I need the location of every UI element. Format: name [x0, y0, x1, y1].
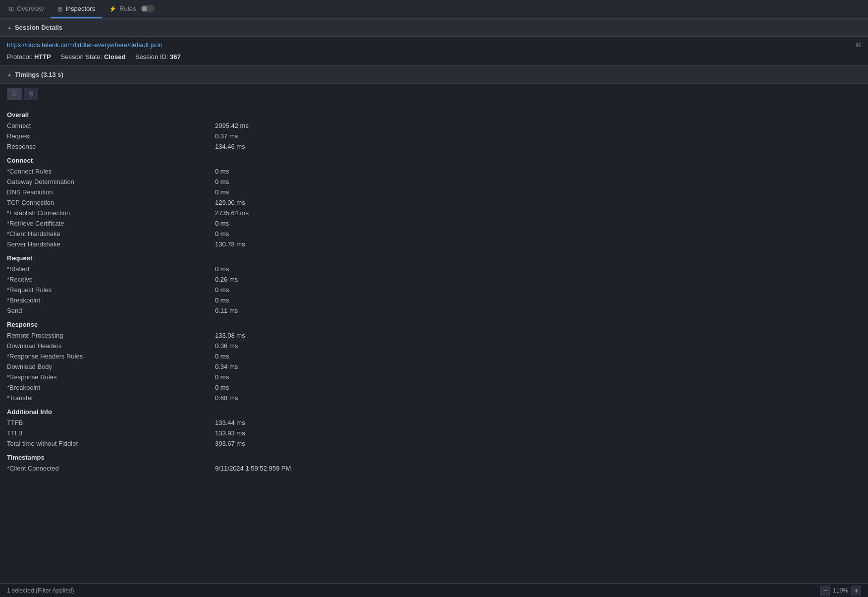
timing-label: Response: [7, 143, 215, 150]
timing-row: TCP Connection129.00 ms: [7, 197, 861, 208]
timing-row: Gateway Determination0 ms: [7, 177, 861, 187]
timing-row: *Breakpoint0 ms: [7, 295, 861, 305]
status-text: 1 selected (Filter Applied): [7, 587, 74, 594]
timing-value: 133.08 ms: [215, 332, 245, 339]
session-state-value: Closed: [104, 53, 125, 60]
timing-row: Server Handshake130.78 ms: [7, 239, 861, 249]
timing-value: 2995.42 ms: [215, 122, 249, 129]
timings-toolbar: ☰ ⊞: [0, 84, 868, 104]
timing-value: 2735.64 ms: [215, 209, 249, 217]
timing-row: Remote Processing133.08 ms: [7, 330, 861, 341]
rules-toggle-switch[interactable]: [141, 5, 155, 12]
zoom-controls: − 110% +: [820, 586, 861, 596]
timing-row: Send0.11 ms: [7, 305, 861, 316]
timing-row: *Stalled0 ms: [7, 264, 861, 274]
timing-row: *Establish Connection2735.64 ms: [7, 208, 861, 218]
timing-label: *Breakpoint: [7, 297, 215, 304]
timing-label: TTFB: [7, 419, 215, 426]
timing-label: *Transfer: [7, 394, 215, 402]
timing-group-header-1: Connect: [7, 152, 861, 166]
timing-value: 0.36 ms: [215, 342, 238, 350]
timing-value: 0 ms: [215, 230, 229, 238]
timing-value: 0 ms: [215, 384, 229, 391]
timing-value: 130.78 ms: [215, 240, 245, 248]
timing-value: 0 ms: [215, 265, 229, 273]
timing-value: 0.11 ms: [215, 307, 238, 314]
list-view-button[interactable]: ☰: [7, 88, 22, 100]
timing-label: *Client Connected: [7, 465, 215, 472]
timing-label: Download Body: [7, 363, 215, 370]
session-id-label: Session ID:: [135, 53, 168, 60]
timing-value: 0.26 ms: [215, 276, 238, 283]
timing-row: Request0.37 ms: [7, 131, 861, 141]
tab-rules[interactable]: ⚡ Rules: [102, 0, 162, 18]
timing-label: *Receive: [7, 276, 215, 283]
timing-value: 0 ms: [215, 297, 229, 304]
timing-value: 0 ms: [215, 286, 229, 294]
tab-rules-label: Rules: [119, 5, 136, 12]
timing-label: TCP Connection: [7, 199, 215, 206]
zoom-minus-button[interactable]: −: [820, 586, 830, 596]
timing-value: 0 ms: [215, 220, 229, 227]
timing-value: 0.37 ms: [215, 132, 238, 140]
timings-table: OverallConnect2995.42 msRequest0.37 msRe…: [0, 104, 868, 483]
timing-value: 133.44 ms: [215, 419, 245, 426]
tab-overview-label: Overview: [17, 5, 44, 12]
timing-value: 0.34 ms: [215, 363, 238, 370]
timing-label: *Breakpoint: [7, 384, 215, 391]
timings-arrow: ▲: [7, 72, 12, 77]
timing-group-header-4: Additional Info: [7, 403, 861, 418]
protocol-label: Protocol:: [7, 53, 32, 60]
timing-row: *Connect Rules0 ms: [7, 166, 861, 177]
grid-view-button[interactable]: ⊞: [24, 88, 38, 100]
timing-label: Server Handshake: [7, 240, 215, 248]
session-details-header[interactable]: ▲ Session Details: [0, 19, 868, 37]
tab-bar: ⊞ Overview ◎ Inspectors ⚡ Rules: [0, 0, 868, 19]
timing-label: Gateway Determination: [7, 178, 215, 185]
timing-value: 0 ms: [215, 168, 229, 175]
session-id-value: 367: [170, 53, 181, 60]
timing-value: 0.68 ms: [215, 394, 238, 402]
timing-row: *Response Headers Rules0 ms: [7, 351, 861, 361]
tab-inspectors[interactable]: ◎ Inspectors: [51, 0, 102, 18]
timings-header[interactable]: ▲ Timings (3.13 s): [0, 66, 868, 84]
timing-value: 134.46 ms: [215, 143, 245, 150]
timing-row: Response134.46 ms: [7, 141, 861, 152]
timing-value: 393.67 ms: [215, 440, 245, 447]
timing-label: Send: [7, 307, 215, 314]
timing-row: TTLB133.93 ms: [7, 428, 861, 438]
timing-label: *Client Handshake: [7, 230, 215, 238]
timing-label: Request: [7, 132, 215, 140]
timing-row: *Transfer0.68 ms: [7, 393, 861, 403]
timing-group-header-0: Overall: [7, 106, 861, 120]
timing-row: Download Headers0.36 ms: [7, 341, 861, 351]
timing-row: *Request Rules0 ms: [7, 285, 861, 295]
timing-row: Download Body0.34 ms: [7, 361, 861, 372]
timing-row: Total time without Fiddler393.67 ms: [7, 438, 861, 449]
zoom-level: 110%: [833, 587, 848, 594]
tab-overview[interactable]: ⊞ Overview: [2, 0, 51, 18]
overview-icon: ⊞: [9, 5, 14, 12]
timing-value: 0 ms: [215, 178, 229, 185]
timing-row: *Response Rules0 ms: [7, 372, 861, 382]
session-details-title: Session Details: [15, 24, 62, 31]
copy-icon[interactable]: ⧉: [856, 41, 861, 49]
timing-label: *Stalled: [7, 265, 215, 273]
timing-value: 133.93 ms: [215, 429, 245, 437]
timing-label: *Response Headers Rules: [7, 353, 215, 360]
timing-group-header-5: Timestamps: [7, 449, 861, 463]
timing-label: Connect: [7, 122, 215, 129]
timing-label: *Response Rules: [7, 373, 215, 381]
timing-value: 129.00 ms: [215, 199, 245, 206]
tab-inspectors-label: Inspectors: [65, 5, 95, 12]
session-state-label: Session State:: [61, 53, 103, 60]
timing-label: DNS Resolution: [7, 188, 215, 196]
timing-value: 9/11/2024 1:59:52.959 PM: [215, 465, 291, 472]
timing-label: *Retrieve Certificate: [7, 220, 215, 227]
rules-toggle[interactable]: [141, 5, 155, 12]
zoom-plus-button[interactable]: +: [851, 586, 861, 596]
timing-value: 0 ms: [215, 188, 229, 196]
timing-label: Total time without Fiddler: [7, 440, 215, 447]
rules-icon: ⚡: [109, 5, 116, 12]
timings-title: Timings (3.13 s): [15, 71, 63, 78]
